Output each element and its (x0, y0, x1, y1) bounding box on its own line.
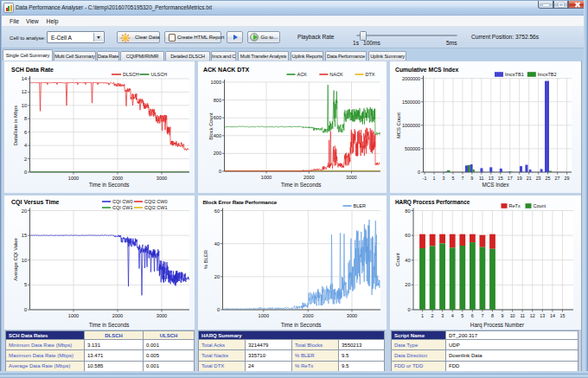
svg-text:7: 7 (461, 176, 463, 181)
svg-text:ACK: ACK (297, 72, 308, 77)
svg-text:Time in Seconds: Time in Seconds (281, 322, 322, 328)
svg-text:2000000: 2000000 (402, 76, 420, 81)
svg-text:20: 20 (405, 282, 410, 287)
svg-text:Cumulative MCS Index: Cumulative MCS Index (395, 67, 458, 73)
svg-text:Block Count: Block Count (208, 112, 214, 140)
svg-text:29: 29 (565, 176, 570, 181)
svg-text:1: 1 (432, 176, 435, 181)
svg-text:NACK: NACK (329, 72, 343, 77)
svg-text:60: 60 (214, 208, 220, 214)
svg-text:SCH Data Rate: SCH Data Rate (11, 67, 54, 73)
svg-text:0: 0 (24, 170, 27, 175)
svg-text:3: 3 (441, 313, 444, 318)
svg-text:800: 800 (214, 98, 221, 103)
svg-text:8: 8 (491, 313, 494, 318)
svg-text:CQI CW0: CQI CW0 (112, 199, 133, 204)
svg-text:0: 0 (407, 307, 410, 312)
svg-text:Count: Count (395, 253, 400, 266)
svg-text:600: 600 (214, 115, 221, 120)
svg-text:400: 400 (214, 133, 221, 138)
svg-text:1000: 1000 (211, 80, 221, 85)
svg-text:0: 0 (418, 170, 420, 175)
svg-text:Block Error Rate Performance: Block Error Rate Performance (203, 199, 278, 205)
svg-text:3000: 3000 (347, 313, 357, 318)
svg-text:DTX: DTX (366, 72, 375, 77)
svg-text:500000: 500000 (405, 146, 420, 151)
svg-text:3000: 3000 (346, 175, 356, 180)
svg-text:2: 2 (431, 313, 434, 318)
svg-text:ULSCH: ULSCH (151, 72, 168, 77)
svg-text:15: 15 (559, 313, 565, 318)
svg-text:1000000: 1000000 (402, 123, 420, 128)
svg-text:0: 0 (24, 307, 27, 312)
svg-text:4: 4 (451, 313, 454, 318)
svg-text:2000: 2000 (303, 313, 313, 318)
svg-text:17: 17 (508, 176, 513, 181)
svg-text:5: 5 (461, 313, 463, 318)
svg-text:19: 19 (517, 176, 522, 181)
svg-text:13: 13 (540, 313, 545, 318)
svg-text:11: 11 (479, 176, 484, 181)
svg-text:1: 1 (421, 313, 424, 318)
svg-text:25: 25 (546, 176, 551, 181)
svg-text:200: 200 (214, 151, 221, 156)
svg-text:Time in Seconds: Time in Seconds (281, 182, 322, 188)
svg-text:Time in Seconds: Time in Seconds (89, 182, 130, 188)
svg-text:80: 80 (405, 208, 410, 214)
svg-text:1000: 1000 (259, 313, 269, 318)
svg-text:CQI Versus Time: CQI Versus Time (11, 199, 60, 206)
svg-text:3: 3 (442, 176, 444, 181)
svg-text:21: 21 (527, 176, 532, 181)
svg-text:-1: -1 (423, 176, 427, 181)
svg-text:6: 6 (471, 313, 474, 318)
svg-text:7: 7 (481, 313, 483, 318)
svg-text:2: 2 (24, 157, 27, 162)
svg-text:Count: Count (534, 203, 546, 208)
svg-text:CQI2 CW0: CQI2 CW0 (144, 199, 168, 204)
svg-text:0: 0 (217, 307, 220, 312)
svg-text:ReTx: ReTx (509, 203, 521, 208)
svg-text:14: 14 (22, 76, 27, 81)
svg-text:14: 14 (550, 313, 555, 318)
svg-text:3000: 3000 (157, 176, 167, 181)
svg-text:20: 20 (22, 208, 27, 214)
svg-text:9: 9 (470, 176, 473, 181)
svg-text:DLSCH: DLSCH (123, 72, 139, 77)
svg-text:Harq Process Number: Harq Process Number (470, 322, 524, 329)
svg-text:40: 40 (405, 258, 410, 263)
svg-text:10: 10 (22, 258, 27, 263)
svg-text:3000: 3000 (157, 313, 167, 318)
svg-text:ImcsTB2: ImcsTB2 (538, 72, 557, 77)
svg-text:1500000: 1500000 (402, 99, 420, 105)
svg-text:CQI CW1: CQI CW1 (112, 205, 133, 210)
svg-text:1000: 1000 (68, 313, 79, 318)
svg-text:9: 9 (502, 313, 504, 318)
svg-text:CQI2 CW1: CQI2 CW1 (144, 205, 168, 210)
svg-text:15: 15 (22, 233, 27, 238)
svg-text:2000: 2000 (112, 313, 123, 318)
svg-text:12: 12 (22, 89, 27, 94)
svg-text:10: 10 (22, 103, 27, 108)
svg-text:40: 40 (214, 241, 220, 247)
svg-text:BLER: BLER (354, 203, 366, 208)
svg-text:5: 5 (24, 282, 27, 287)
svg-text:1000: 1000 (261, 175, 272, 180)
svg-text:MCS Count: MCS Count (396, 112, 401, 138)
svg-text:27: 27 (555, 176, 560, 181)
svg-text:12: 12 (530, 313, 535, 318)
svg-text:ACK NACK DTX: ACK NACK DTX (203, 67, 250, 73)
svg-text:15: 15 (498, 176, 503, 181)
svg-text:Time in Seconds: Time in Seconds (89, 322, 130, 328)
svg-text:Average CQI Value: Average CQI Value (13, 238, 18, 280)
svg-text:1000: 1000 (68, 176, 79, 181)
svg-text:2000: 2000 (112, 176, 123, 181)
svg-text:11: 11 (520, 313, 525, 318)
svg-text:10: 10 (510, 313, 515, 318)
svg-text:23: 23 (536, 176, 541, 181)
svg-text:0: 0 (219, 169, 221, 174)
svg-text:4: 4 (24, 143, 27, 148)
svg-text:2000: 2000 (304, 175, 314, 180)
svg-text:HARQ Process Performance: HARQ Process Performance (395, 199, 470, 206)
svg-text:% BLER: % BLER (203, 250, 208, 269)
svg-text:60: 60 (405, 233, 410, 238)
